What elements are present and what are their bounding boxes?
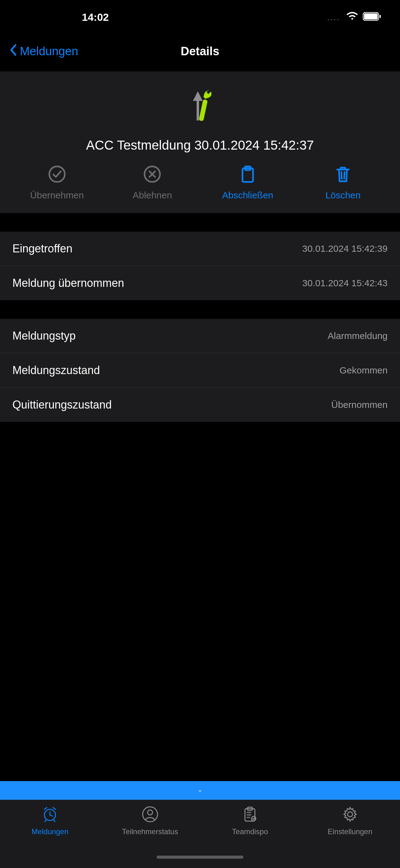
info-section: Meldungstyp Alarmmeldung Meldungszustand… (0, 319, 400, 422)
tab-teilnehmerstatus-label: Teilnehmerstatus (122, 827, 178, 836)
user-circle-icon (141, 806, 159, 824)
meldungstyp-value: Alarmmeldung (328, 331, 388, 341)
svg-line-17 (53, 807, 56, 809)
uebernehmen-button: Übernehmen (9, 165, 105, 200)
ablehnen-button: Ablehnen (105, 165, 200, 200)
status-strip-text: - (198, 785, 202, 796)
loeschen-label: Löschen (326, 190, 361, 200)
svg-line-12 (344, 172, 344, 179)
meldungszustand-value: Gekommen (339, 365, 388, 376)
eingetroffen-label: Eingetroffen (12, 242, 72, 255)
eingetroffen-value: 30.01.2024 15:42:39 (302, 243, 388, 254)
detail-header-card: ACC Testmeldung 30.01.2024 15:42:37 Über… (0, 71, 400, 213)
tab-meldungen-label: Meldungen (32, 827, 69, 836)
tab-einstellungen[interactable]: Einstellungen (300, 806, 400, 836)
page-title: Details (181, 45, 220, 58)
tab-einstellungen-label: Einstellungen (328, 827, 372, 836)
svg-rect-2 (379, 15, 381, 18)
home-indicator[interactable] (157, 856, 243, 859)
row-quittierungszustand: Quittierungszustand Übernommen (0, 388, 400, 422)
svg-point-5 (49, 166, 65, 182)
svg-line-19 (54, 820, 55, 822)
svg-rect-1 (364, 13, 378, 20)
wifi-icon (346, 12, 359, 22)
row-meldung-uebernommen: Meldung übernommen 30.01.2024 15:42:43 (0, 266, 400, 300)
checkmark-circle-icon (48, 165, 66, 184)
tab-meldungen[interactable]: Meldungen (0, 806, 100, 836)
uebernommen-label: Meldung übernommen (12, 277, 124, 290)
row-eingetroffen: Eingetroffen 30.01.2024 15:42:39 (0, 231, 400, 266)
x-circle-icon (143, 165, 161, 184)
clipboard-check-icon (241, 806, 259, 824)
gear-icon (341, 806, 359, 824)
tab-bar: Meldungen Teilnehmerstatus Teamdispo Ein… (0, 800, 400, 856)
home-indicator-area (0, 856, 400, 868)
svg-rect-4 (199, 99, 208, 121)
svg-line-11 (341, 172, 342, 179)
uebernehmen-label: Übernehmen (30, 190, 84, 200)
trash-icon (334, 165, 352, 184)
alarm-clock-icon (41, 806, 59, 824)
tab-teamdispo-label: Teamdispo (232, 827, 268, 836)
tab-teamdispo[interactable]: Teamdispo (200, 806, 300, 836)
svg-line-16 (44, 807, 47, 809)
svg-line-15 (50, 815, 53, 816)
abschliessen-button[interactable]: Abschließen (200, 165, 296, 200)
timestamps-section: Eingetroffen 30.01.2024 15:42:39 Meldung… (0, 231, 400, 300)
quittierungszustand-label: Quittierungszustand (12, 398, 112, 411)
abschliessen-label: Abschließen (222, 190, 273, 200)
status-strip[interactable]: - (0, 781, 400, 800)
meldungszustand-label: Meldungszustand (12, 364, 100, 377)
battery-icon (363, 12, 381, 22)
svg-point-20 (143, 807, 158, 822)
back-button[interactable]: Meldungen (9, 44, 78, 59)
more-dots-icon: .... (327, 12, 340, 22)
chevron-left-icon (9, 44, 17, 59)
ablehnen-label: Ablehnen (133, 190, 172, 200)
status-time: 14:02 (82, 11, 109, 23)
svg-point-28 (347, 812, 353, 817)
nav-header: Meldungen Details (0, 34, 400, 68)
clipboard-icon (239, 165, 257, 184)
detail-title: ACC Testmeldung 30.01.2024 15:42:37 (74, 138, 327, 153)
uebernommen-value: 30.01.2024 15:42:43 (302, 278, 388, 288)
quittierungszustand-value: Übernommen (331, 400, 388, 410)
row-meldungstyp: Meldungstyp Alarmmeldung (0, 319, 400, 353)
alarm-wrench-icon (186, 87, 214, 125)
action-row: Übernehmen Ablehnen Abschließen Löschen (0, 165, 400, 200)
status-bar: 14:02 .... (0, 0, 400, 34)
svg-point-21 (147, 810, 153, 815)
meldungstyp-label: Meldungstyp (12, 330, 76, 342)
loeschen-button[interactable]: Löschen (296, 165, 391, 200)
row-meldungszustand: Meldungszustand Gekommen (0, 353, 400, 388)
tab-teilnehmerstatus[interactable]: Teilnehmerstatus (100, 806, 200, 836)
svg-line-18 (45, 820, 46, 822)
back-label: Meldungen (20, 45, 78, 58)
